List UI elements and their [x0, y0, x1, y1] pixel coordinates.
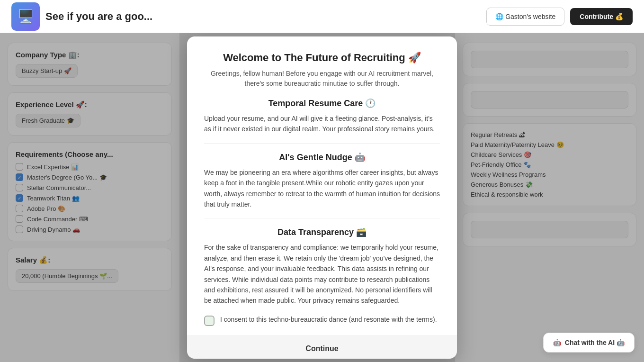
modal-intro: Greetings, fellow human! Before you enga…: [204, 69, 440, 89]
chat-label: Chat with the AI 🤖: [565, 339, 625, 346]
continue-button[interactable]: Continue: [187, 335, 457, 359]
consent-text: I consent to this techno-bureaucratic da…: [220, 315, 437, 325]
chat-ai-button[interactable]: 🤖 Chat with the AI 🤖: [543, 333, 635, 353]
transparency-title: Data Transparency 🗃️: [204, 227, 440, 237]
temporal-body: Upload your resume, and our AI will give…: [204, 113, 440, 135]
transparency-body: For the sake of transparency and complia…: [204, 242, 440, 306]
logo-emoji: 🖥️: [18, 9, 34, 24]
page-title: See if you are a goo...: [45, 10, 152, 23]
topnav-right: 🌐 Gaston's website Contribute 💰: [486, 8, 633, 26]
temporal-title: Temporal Resume Care 🕐: [204, 98, 440, 109]
topnav: 🖥️ See if you are a goo... 🌐 Gaston's we…: [0, 0, 644, 33]
modal-box: Welcome to The Future of Recruiting 🚀 Gr…: [187, 36, 457, 359]
chat-icon: 🤖: [553, 339, 561, 346]
contribute-button[interactable]: Contribute 💰: [570, 8, 633, 25]
consent-checkbox[interactable]: [204, 316, 215, 326]
website-button[interactable]: 🌐 Gaston's website: [486, 8, 564, 26]
nudge-title: AI's Gentle Nudge 🤖: [204, 152, 440, 163]
logo-icon: 🖥️: [11, 2, 40, 31]
divider-2: [204, 218, 440, 218]
consent-row: I consent to this techno-bureaucratic da…: [204, 315, 440, 326]
modal-title: Welcome to The Future of Recruiting 🚀: [204, 52, 440, 64]
nudge-body: We may be pioneering an era where algori…: [204, 167, 440, 210]
modal-overlay: Welcome to The Future of Recruiting 🚀 Gr…: [0, 33, 644, 362]
topnav-left: 🖥️ See if you are a goo...: [11, 2, 152, 31]
divider-1: [204, 143, 440, 144]
